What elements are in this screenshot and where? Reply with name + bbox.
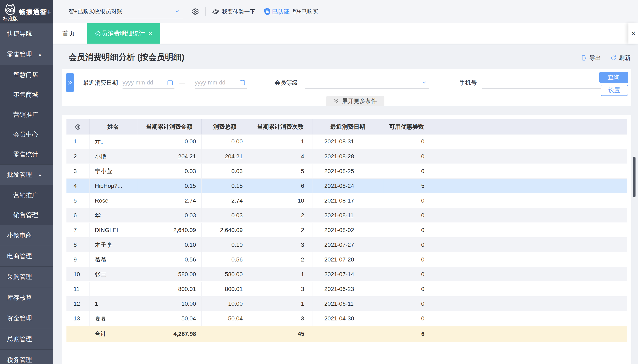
member-level-select[interactable] [305,77,429,89]
date-start-input[interactable] [123,80,158,86]
sidebar-item[interactable]: 批发管理 ▲ [0,164,53,185]
experience-link[interactable]: 我要体验一下 [212,8,255,15]
cell-count: 2 [248,208,312,223]
date-range-separator: — [179,80,185,86]
gear-icon[interactable] [75,124,81,130]
date-start-field[interactable] [123,77,174,89]
cell-total: 10.00 [201,296,248,311]
query-button[interactable]: 查询 [599,72,628,83]
sidebar-item[interactable]: 资金管理 [0,308,53,329]
cell-name: 亓。 [89,134,137,149]
cell-coupons: 5 [383,178,430,193]
date-end-field[interactable] [195,77,247,89]
sidebar-item[interactable]: 采购管理 [0,266,53,287]
filler-cell [430,178,627,193]
expand-more-conditions[interactable]: 展开更多条件 [326,96,384,106]
sidebar-item[interactable]: 零售管理 ▲ [0,44,53,65]
cell-coupons: 0 [383,134,430,149]
table-row[interactable]: 1亓。0.000.0012021-08-310 [67,134,627,149]
table-row[interactable]: 11800.01800.0132021-06-230 [67,282,627,296]
sidebar-item[interactable]: 销售管理 [0,205,53,225]
workspace-selector[interactable]: 智+已购买收银员对账 [69,4,183,19]
sidebar-item[interactable]: 电商管理 [0,246,53,266]
cell-total: 0.56 [201,252,248,267]
date-end-input[interactable] [195,80,230,86]
cell-total: 580.00 [201,267,248,282]
calendar-icon[interactable] [167,80,173,86]
cell-name: Rose [89,193,137,208]
table-row[interactable]: 10张三580.00580.0012021-07-140 [67,267,627,282]
refresh-button[interactable]: 刷新 [610,54,630,62]
summary-row: 合计 4,287.98 45 6 [67,326,627,342]
filler-cell [430,267,627,282]
sidebar-item[interactable]: 会员中心 [0,124,53,144]
sidebar-item[interactable]: 营销推广 [0,185,53,205]
filter-row: 最近消费日期 — [83,77,603,89]
planet-icon [212,8,219,15]
sidebar-item[interactable]: 智慧门店 [0,65,53,85]
chevron-down-icon [421,80,427,86]
sidebar-item[interactable]: 库存核算 [0,287,53,308]
table-row[interactable]: 6华0.030.0322021-08-110 [67,208,627,223]
table-row[interactable]: 13夏夏50.0450.0432021-04-300 [67,311,627,326]
table-row[interactable]: 5Rose2.742.74102021-08-170 [67,193,627,208]
calendar-icon[interactable] [239,80,245,86]
column-header[interactable]: 可用优惠券数 [383,119,430,134]
sidebar-item[interactable]: 税务管理 [0,350,53,364]
caret-up-icon: ▲ [38,52,42,57]
export-button[interactable]: 导出 [581,54,601,62]
table-row[interactable]: 12110.0010.0012021-06-110 [67,296,627,311]
cell-amount: 800.01 [137,282,201,296]
cell-name: 华 [89,208,137,223]
column-header[interactable]: 当期累计消费金额 [137,119,201,134]
member-level-label: 会员等级 [274,79,298,87]
table-row[interactable]: 4HipHop?...0.150.1562021-08-245 [67,178,627,193]
sidebar-item[interactable]: 总账管理 [0,329,53,350]
vertical-scrollbar-thumb[interactable] [633,157,635,197]
close-all-tabs-button[interactable]: × [628,23,638,44]
tab-member-consumption-stats[interactable]: 会员消费明细统计 × [87,23,160,44]
filler-header [430,119,627,134]
collapse-filters-button[interactable] [66,73,74,92]
column-header[interactable]: 消费总额 [201,119,248,134]
cell-total: 0.00 [201,134,248,149]
summary-count: 45 [248,326,312,342]
cell-coupons: 0 [383,267,430,282]
sidebar-item[interactable]: 快捷导航 [0,23,53,44]
sidebar-item-label: 快捷导航 [7,30,32,38]
phone-field[interactable] [482,77,603,89]
table-row[interactable]: 9慕慕0.560.5622021-07-200 [67,252,627,267]
brand-edition: 标准版 [3,15,18,22]
sidebar-item[interactable]: 小畅电商 [0,225,53,246]
sidebar-item[interactable]: 零售统计 [0,144,53,164]
cell-index: 13 [67,311,89,326]
enterprise-shield-icon: 企 [264,8,271,16]
sidebar-item[interactable]: 营销推广 [0,104,53,124]
cell-coupons: 0 [383,296,430,311]
gear-icon[interactable] [192,8,199,15]
sidebar-item-label: 小畅电商 [7,231,32,240]
cell-name: 宁小萱 [89,164,137,178]
sidebar-item-label: 总账管理 [7,335,32,344]
export-icon [581,54,587,61]
certified-badge[interactable]: 企 已认证 [264,8,289,16]
column-header[interactable]: 当期累计消费次数 [248,119,312,134]
sidebar-item[interactable]: 零售商城 [0,85,53,104]
double-chevron-right-icon [67,80,73,86]
tab-home[interactable]: 首页 [62,23,75,44]
cell-date: 2021-07-14 [312,267,383,282]
phone-input[interactable] [482,80,603,86]
table-row[interactable]: 8木子李0.100.1032021-07-270 [67,238,627,252]
table-row[interactable]: 3宁小萱0.030.0352021-08-250 [67,164,627,178]
cell-date: 2021-08-17 [312,193,383,208]
page-actions: 导出 刷新 [581,54,630,62]
cell-count: 4 [248,149,312,164]
column-settings-header[interactable] [67,119,89,134]
settings-button[interactable]: 设置 [601,85,628,96]
logo-block[interactable]: 畅捷通智+ 标准版 [0,0,53,23]
table-row[interactable]: 7DINGLEI2,640.092,640.0922021-08-020 [67,223,627,238]
column-header[interactable]: 最近消费日期 [312,119,383,134]
table-row[interactable]: 2小艳204.21204.2142021-08-280 [67,149,627,164]
column-header[interactable]: 姓名 [89,119,137,134]
tab-close-icon[interactable]: × [149,30,152,37]
